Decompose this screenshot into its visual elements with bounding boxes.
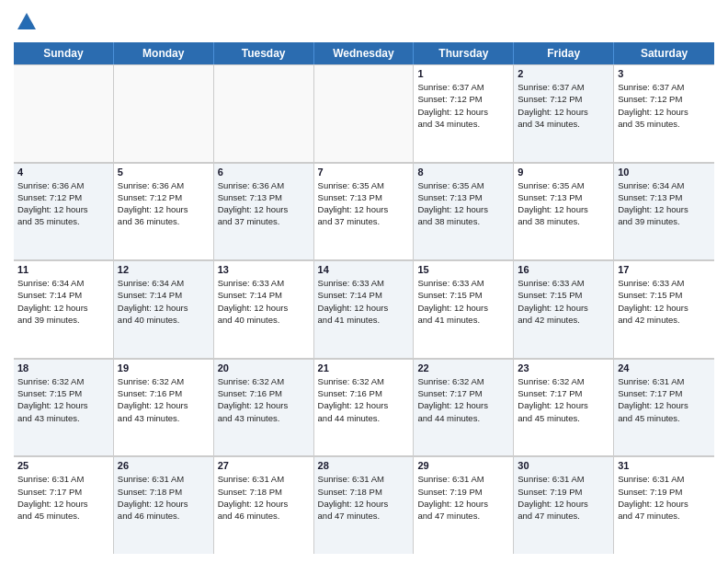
cell-info: Sunrise: 6:31 AM Sunset: 7:19 PM Dayligh… bbox=[518, 473, 609, 522]
day-number: 18 bbox=[17, 362, 109, 373]
calendar-cell: 13Sunrise: 6:33 AM Sunset: 7:14 PM Dayli… bbox=[214, 260, 314, 358]
calendar-cell: 10Sunrise: 6:34 AM Sunset: 7:13 PM Dayli… bbox=[614, 163, 714, 260]
day-number: 13 bbox=[218, 264, 310, 275]
cell-info: Sunrise: 6:36 AM Sunset: 7:12 PM Dayligh… bbox=[17, 179, 109, 228]
logo-icon bbox=[14, 9, 40, 35]
calendar-cell: 4Sunrise: 6:36 AM Sunset: 7:12 PM Daylig… bbox=[14, 163, 114, 260]
cell-info: Sunrise: 6:31 AM Sunset: 7:19 PM Dayligh… bbox=[618, 473, 711, 522]
calendar-cell: 7Sunrise: 6:35 AM Sunset: 7:13 PM Daylig… bbox=[314, 163, 415, 260]
calendar-cell: 18Sunrise: 6:32 AM Sunset: 7:15 PM Dayli… bbox=[14, 359, 114, 456]
header-day-wednesday: Wednesday bbox=[314, 42, 415, 64]
calendar-cell: 12Sunrise: 6:34 AM Sunset: 7:14 PM Dayli… bbox=[114, 260, 214, 358]
calendar-cell: 16Sunrise: 6:33 AM Sunset: 7:15 PM Dayli… bbox=[514, 260, 614, 358]
cell-info: Sunrise: 6:35 AM Sunset: 7:13 PM Dayligh… bbox=[417, 179, 509, 228]
calendar-cell: 31Sunrise: 6:31 AM Sunset: 7:19 PM Dayli… bbox=[614, 456, 714, 554]
calendar-cell: 27Sunrise: 6:31 AM Sunset: 7:18 PM Dayli… bbox=[214, 456, 314, 554]
day-number: 6 bbox=[218, 167, 310, 178]
day-number: 4 bbox=[17, 167, 109, 178]
day-number: 30 bbox=[518, 460, 609, 471]
header-day-sunday: Sunday bbox=[14, 42, 114, 64]
calendar-cell: 5Sunrise: 6:36 AM Sunset: 7:12 PM Daylig… bbox=[114, 163, 214, 260]
cell-info: Sunrise: 6:35 AM Sunset: 7:13 PM Dayligh… bbox=[318, 179, 410, 228]
cell-info: Sunrise: 6:31 AM Sunset: 7:18 PM Dayligh… bbox=[318, 473, 410, 522]
calendar-cell: 20Sunrise: 6:32 AM Sunset: 7:16 PM Dayli… bbox=[214, 359, 314, 456]
day-number: 11 bbox=[17, 264, 109, 275]
page: SundayMondayTuesdayWednesdayThursdayFrid… bbox=[0, 0, 728, 563]
header-day-friday: Friday bbox=[514, 42, 614, 64]
calendar-cell: 26Sunrise: 6:31 AM Sunset: 7:18 PM Dayli… bbox=[114, 456, 214, 554]
calendar-cell: 6Sunrise: 6:36 AM Sunset: 7:13 PM Daylig… bbox=[214, 163, 314, 260]
day-number: 21 bbox=[318, 362, 410, 373]
calendar-body: 1Sunrise: 6:37 AM Sunset: 7:12 PM Daylig… bbox=[14, 64, 714, 554]
day-number: 5 bbox=[118, 167, 210, 178]
cell-info: Sunrise: 6:31 AM Sunset: 7:19 PM Dayligh… bbox=[417, 473, 509, 522]
calendar-cell: 22Sunrise: 6:32 AM Sunset: 7:17 PM Dayli… bbox=[414, 359, 514, 456]
day-number: 28 bbox=[318, 460, 410, 471]
day-number: 1 bbox=[417, 68, 509, 79]
day-number: 2 bbox=[518, 68, 609, 79]
calendar-cell bbox=[114, 64, 214, 162]
calendar-cell: 30Sunrise: 6:31 AM Sunset: 7:19 PM Dayli… bbox=[514, 456, 614, 554]
calendar-row-4: 25Sunrise: 6:31 AM Sunset: 7:17 PM Dayli… bbox=[14, 456, 714, 554]
calendar-cell: 24Sunrise: 6:31 AM Sunset: 7:17 PM Dayli… bbox=[614, 359, 714, 456]
day-number: 8 bbox=[417, 167, 509, 178]
calendar-cell: 15Sunrise: 6:33 AM Sunset: 7:15 PM Dayli… bbox=[414, 260, 514, 358]
header bbox=[14, 9, 714, 35]
cell-info: Sunrise: 6:33 AM Sunset: 7:15 PM Dayligh… bbox=[417, 277, 509, 326]
calendar-header: SundayMondayTuesdayWednesdayThursdayFrid… bbox=[14, 42, 714, 64]
cell-info: Sunrise: 6:37 AM Sunset: 7:12 PM Dayligh… bbox=[417, 81, 509, 130]
calendar-cell bbox=[14, 64, 114, 162]
cell-info: Sunrise: 6:32 AM Sunset: 7:16 PM Dayligh… bbox=[318, 375, 410, 424]
day-number: 22 bbox=[417, 362, 509, 373]
calendar-row-1: 4Sunrise: 6:36 AM Sunset: 7:12 PM Daylig… bbox=[14, 163, 714, 261]
cell-info: Sunrise: 6:33 AM Sunset: 7:14 PM Dayligh… bbox=[218, 277, 310, 326]
day-number: 19 bbox=[118, 362, 210, 373]
cell-info: Sunrise: 6:32 AM Sunset: 7:17 PM Dayligh… bbox=[518, 375, 609, 424]
day-number: 23 bbox=[518, 362, 609, 373]
day-number: 31 bbox=[618, 460, 711, 471]
cell-info: Sunrise: 6:33 AM Sunset: 7:15 PM Dayligh… bbox=[518, 277, 609, 326]
calendar-cell: 29Sunrise: 6:31 AM Sunset: 7:19 PM Dayli… bbox=[414, 456, 514, 554]
cell-info: Sunrise: 6:36 AM Sunset: 7:13 PM Dayligh… bbox=[218, 179, 310, 228]
day-number: 15 bbox=[417, 264, 509, 275]
calendar: SundayMondayTuesdayWednesdayThursdayFrid… bbox=[14, 42, 714, 554]
cell-info: Sunrise: 6:35 AM Sunset: 7:13 PM Dayligh… bbox=[518, 179, 609, 228]
calendar-cell: 1Sunrise: 6:37 AM Sunset: 7:12 PM Daylig… bbox=[414, 64, 514, 162]
cell-info: Sunrise: 6:34 AM Sunset: 7:13 PM Dayligh… bbox=[618, 179, 711, 228]
header-day-monday: Monday bbox=[114, 42, 214, 64]
day-number: 14 bbox=[318, 264, 410, 275]
cell-info: Sunrise: 6:31 AM Sunset: 7:18 PM Dayligh… bbox=[218, 473, 310, 522]
cell-info: Sunrise: 6:36 AM Sunset: 7:12 PM Dayligh… bbox=[118, 179, 210, 228]
calendar-cell: 9Sunrise: 6:35 AM Sunset: 7:13 PM Daylig… bbox=[514, 163, 614, 260]
day-number: 12 bbox=[118, 264, 210, 275]
day-number: 3 bbox=[618, 68, 711, 79]
cell-info: Sunrise: 6:31 AM Sunset: 7:17 PM Dayligh… bbox=[618, 375, 711, 424]
calendar-row-3: 18Sunrise: 6:32 AM Sunset: 7:15 PM Dayli… bbox=[14, 359, 714, 457]
calendar-cell: 2Sunrise: 6:37 AM Sunset: 7:12 PM Daylig… bbox=[514, 64, 614, 162]
calendar-row-0: 1Sunrise: 6:37 AM Sunset: 7:12 PM Daylig… bbox=[14, 64, 714, 163]
calendar-cell: 21Sunrise: 6:32 AM Sunset: 7:16 PM Dayli… bbox=[314, 359, 415, 456]
calendar-cell bbox=[314, 64, 415, 162]
calendar-cell: 23Sunrise: 6:32 AM Sunset: 7:17 PM Dayli… bbox=[514, 359, 614, 456]
day-number: 25 bbox=[17, 460, 109, 471]
day-number: 16 bbox=[518, 264, 609, 275]
cell-info: Sunrise: 6:31 AM Sunset: 7:18 PM Dayligh… bbox=[118, 473, 210, 522]
cell-info: Sunrise: 6:33 AM Sunset: 7:14 PM Dayligh… bbox=[318, 277, 410, 326]
cell-info: Sunrise: 6:33 AM Sunset: 7:15 PM Dayligh… bbox=[618, 277, 711, 326]
calendar-cell: 11Sunrise: 6:34 AM Sunset: 7:14 PM Dayli… bbox=[14, 260, 114, 358]
calendar-cell: 14Sunrise: 6:33 AM Sunset: 7:14 PM Dayli… bbox=[314, 260, 415, 358]
cell-info: Sunrise: 6:32 AM Sunset: 7:16 PM Dayligh… bbox=[118, 375, 210, 424]
cell-info: Sunrise: 6:34 AM Sunset: 7:14 PM Dayligh… bbox=[118, 277, 210, 326]
day-number: 9 bbox=[518, 167, 609, 178]
cell-info: Sunrise: 6:37 AM Sunset: 7:12 PM Dayligh… bbox=[618, 81, 711, 130]
logo bbox=[14, 9, 43, 35]
calendar-cell: 8Sunrise: 6:35 AM Sunset: 7:13 PM Daylig… bbox=[414, 163, 514, 260]
cell-info: Sunrise: 6:31 AM Sunset: 7:17 PM Dayligh… bbox=[17, 473, 109, 522]
calendar-cell bbox=[214, 64, 314, 162]
cell-info: Sunrise: 6:37 AM Sunset: 7:12 PM Dayligh… bbox=[518, 81, 609, 130]
header-day-tuesday: Tuesday bbox=[214, 42, 314, 64]
cell-info: Sunrise: 6:32 AM Sunset: 7:16 PM Dayligh… bbox=[218, 375, 310, 424]
day-number: 20 bbox=[218, 362, 310, 373]
calendar-row-2: 11Sunrise: 6:34 AM Sunset: 7:14 PM Dayli… bbox=[14, 260, 714, 359]
calendar-cell: 25Sunrise: 6:31 AM Sunset: 7:17 PM Dayli… bbox=[14, 456, 114, 554]
